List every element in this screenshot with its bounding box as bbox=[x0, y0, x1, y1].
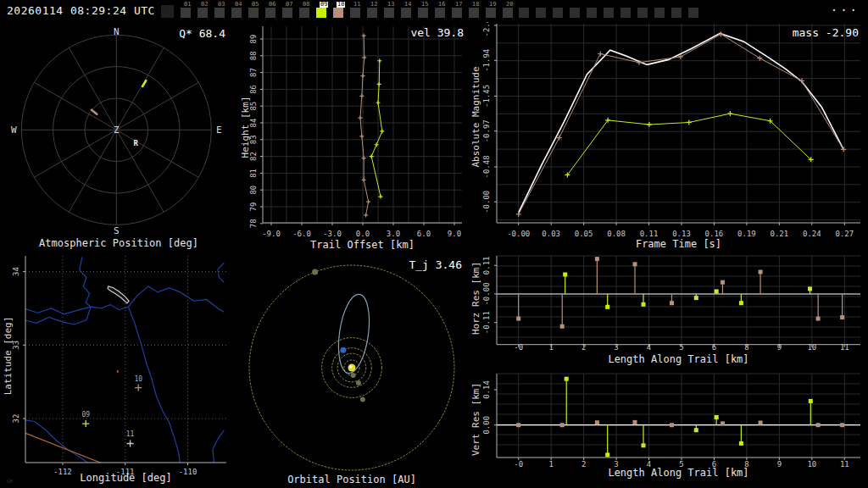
frame-number-label: 13 bbox=[387, 2, 394, 8]
frame-thumb-12[interactable]: 12 bbox=[367, 0, 384, 22]
frame-thumb-01[interactable]: 01 bbox=[181, 0, 198, 22]
x-tick-label: -0 bbox=[514, 343, 523, 352]
x-tick-label: 8 bbox=[744, 343, 748, 352]
frame-thumb-future[interactable] bbox=[654, 8, 665, 18]
residual-point bbox=[739, 301, 743, 305]
residual-point bbox=[595, 257, 599, 261]
x-tick-label: 2 bbox=[581, 343, 586, 352]
map-features bbox=[24, 257, 224, 463]
planet-earth bbox=[340, 347, 346, 353]
residual-point bbox=[642, 302, 646, 307]
horz-res-x-axis-label: Length Along Trail [km] bbox=[497, 353, 860, 365]
frame-thumb-18[interactable]: 18 bbox=[469, 0, 486, 22]
x-tick-label: 0.13 bbox=[672, 230, 691, 238]
velocity-readout: vel 39.8 bbox=[410, 26, 464, 39]
frame-thumb-10[interactable]: 10 bbox=[333, 0, 350, 22]
series-station2 bbox=[563, 273, 812, 309]
frame-thumb-17[interactable]: 17 bbox=[452, 0, 469, 22]
frame-thumb-09[interactable]: 09 bbox=[316, 0, 333, 22]
series-station1 bbox=[516, 31, 846, 217]
horz-res-y-axis-label: Horz Res [km] bbox=[470, 262, 481, 335]
frame-thumb-04[interactable]: 04 bbox=[231, 0, 248, 22]
frame-number-label: 20 bbox=[506, 2, 513, 8]
frame-thumb-20[interactable]: 20 bbox=[503, 0, 520, 22]
frame-thumb-future[interactable] bbox=[519, 8, 529, 18]
frame-thumb-future[interactable] bbox=[604, 8, 614, 18]
frame-square bbox=[435, 8, 445, 18]
x-tick-label: 0.27 bbox=[835, 230, 854, 238]
polar-spoke bbox=[116, 47, 164, 130]
frame-thumb-11[interactable]: 11 bbox=[350, 0, 367, 22]
data-point-marker bbox=[376, 101, 381, 105]
frame-thumb-07[interactable]: 07 bbox=[282, 0, 299, 22]
residual-point bbox=[560, 324, 565, 329]
frame-thumb-05[interactable]: 05 bbox=[248, 0, 265, 22]
event-marker bbox=[117, 370, 119, 373]
x-tick-label: 0.16 bbox=[705, 230, 724, 238]
series-station2 bbox=[370, 58, 385, 198]
y-tick-label: 87 bbox=[249, 68, 258, 77]
residual-point bbox=[516, 317, 520, 321]
detection-streak bbox=[142, 80, 146, 86]
data-point-marker bbox=[359, 134, 364, 138]
x-tick-label: -9.0 bbox=[262, 230, 281, 238]
planet-mars bbox=[360, 396, 365, 402]
polar-spoke bbox=[69, 47, 116, 130]
frame-square bbox=[384, 8, 394, 18]
series-station1 bbox=[516, 420, 844, 427]
y-tick-label: 80 bbox=[249, 186, 258, 195]
frame-thumb-future[interactable] bbox=[570, 8, 580, 18]
frame-square bbox=[367, 8, 377, 18]
frame-thumb-blank[interactable] bbox=[161, 5, 174, 18]
frame-thumb-future[interactable] bbox=[553, 8, 563, 18]
frame-square bbox=[418, 8, 428, 18]
x-tick-label: 0.21 bbox=[771, 230, 789, 238]
overflow-menu-icon[interactable]: ... bbox=[831, 0, 860, 14]
frame-thumb-future[interactable] bbox=[587, 8, 597, 18]
frame-number-label: 18 bbox=[472, 2, 479, 8]
planet-jupiter bbox=[312, 269, 318, 275]
y-tick-label: -2.42 bbox=[482, 22, 491, 36]
residual-point bbox=[715, 289, 719, 293]
residual-point bbox=[840, 423, 844, 427]
magnitude-plot: -0.000.030.050.080.110.130.160.190.210.2… bbox=[466, 22, 868, 254]
atmospheric-polar-plot: NSEWZR bbox=[0, 22, 237, 254]
residual-point bbox=[516, 423, 520, 427]
residual-point bbox=[560, 423, 565, 427]
residual-point bbox=[694, 296, 698, 300]
y-tick-label: -1.45 bbox=[482, 85, 491, 108]
frame-square bbox=[350, 8, 360, 18]
series-station2 bbox=[565, 111, 813, 177]
frame-thumb-13[interactable]: 13 bbox=[384, 0, 401, 22]
frame-thumb-06[interactable]: 06 bbox=[265, 0, 282, 22]
frame-thumb-03[interactable]: 03 bbox=[214, 0, 231, 22]
mass-readout: mass -2.90 bbox=[793, 26, 859, 39]
frame-thumb-future[interactable] bbox=[536, 8, 546, 18]
frame-thumb-19[interactable]: 19 bbox=[486, 0, 503, 22]
frame-thumb-02[interactable]: 02 bbox=[198, 0, 214, 22]
data-point-marker bbox=[799, 78, 804, 83]
x-tick-label: 5 bbox=[679, 343, 683, 352]
vert-res-x-axis-label: Length Along Trail [km] bbox=[497, 467, 860, 479]
frame-thumb-16[interactable]: 16 bbox=[435, 0, 452, 22]
frame-thumb-08[interactable]: 08 bbox=[299, 0, 316, 22]
frame-number-label: 14 bbox=[404, 2, 411, 8]
detection-streak bbox=[92, 110, 97, 114]
frame-thumb-future[interactable] bbox=[671, 8, 682, 18]
frame-thumb-future[interactable] bbox=[688, 8, 698, 18]
y-tick-label: 89 bbox=[249, 35, 258, 44]
frame-thumb-15[interactable]: 15 bbox=[418, 0, 435, 22]
x-tick-label: 1 bbox=[548, 343, 553, 352]
frame-thumb-future[interactable] bbox=[637, 8, 648, 18]
data-point-marker bbox=[598, 52, 603, 57]
data-point-marker bbox=[359, 94, 364, 98]
map-y-axis-label: Latitude [deg] bbox=[3, 317, 14, 396]
polar-spoke bbox=[116, 130, 198, 177]
frame-thumb-14[interactable]: 14 bbox=[401, 0, 418, 22]
frame-square bbox=[486, 8, 496, 18]
x-tick-label: 0.19 bbox=[737, 230, 756, 238]
data-point-marker bbox=[362, 178, 366, 182]
frame-number-label: 10 bbox=[337, 2, 345, 8]
frame-thumb-future[interactable] bbox=[620, 8, 631, 18]
frame-number-label: 06 bbox=[269, 2, 275, 8]
